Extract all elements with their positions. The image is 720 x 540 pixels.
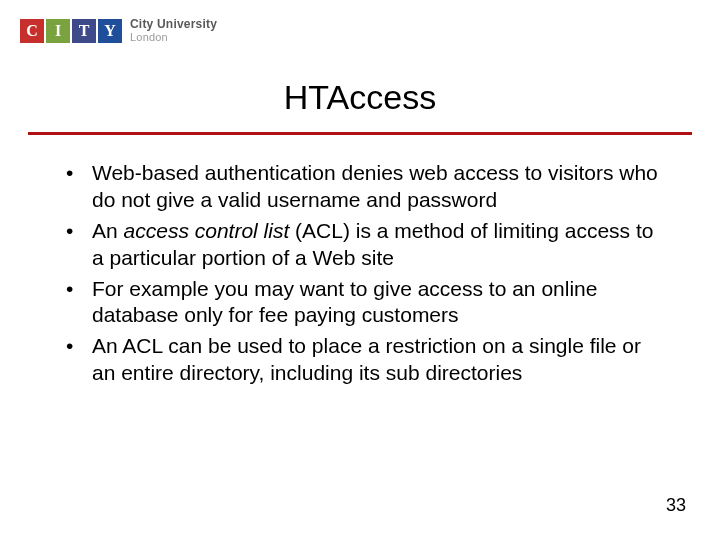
university-logo: C I T Y City University London xyxy=(20,18,217,43)
logo-text-line2: London xyxy=(130,31,217,43)
page-number: 33 xyxy=(666,495,686,516)
bullet-item: For example you may want to give access … xyxy=(64,276,664,330)
logo-text-line1: City University xyxy=(130,18,217,31)
logo-tiles: C I T Y xyxy=(20,19,122,43)
logo-tile-i: I xyxy=(46,19,70,43)
logo-tile-c: C xyxy=(20,19,44,43)
logo-tile-t: T xyxy=(72,19,96,43)
bullet-item: An ACL can be used to place a restrictio… xyxy=(64,333,664,387)
logo-tile-y: Y xyxy=(98,19,122,43)
slide-title: HTAccess xyxy=(0,78,720,117)
bullet-list: Web-based authentication denies web acce… xyxy=(64,160,664,387)
logo-text: City University London xyxy=(130,18,217,43)
bullet-text-italic: access control list xyxy=(124,219,290,242)
bullet-text-prefix: An xyxy=(92,219,124,242)
bullet-item: Web-based authentication denies web acce… xyxy=(64,160,664,214)
title-underline xyxy=(28,132,692,135)
bullet-text-prefix: For example you may want to give access … xyxy=(92,277,597,327)
bullet-text-prefix: Web-based authentication denies web acce… xyxy=(92,161,658,211)
bullet-text-prefix: An ACL can be used to place a restrictio… xyxy=(92,334,641,384)
bullet-item: An access control list (ACL) is a method… xyxy=(64,218,664,272)
slide-body: Web-based authentication denies web acce… xyxy=(64,160,664,391)
slide: C I T Y City University London HTAccess … xyxy=(0,0,720,540)
